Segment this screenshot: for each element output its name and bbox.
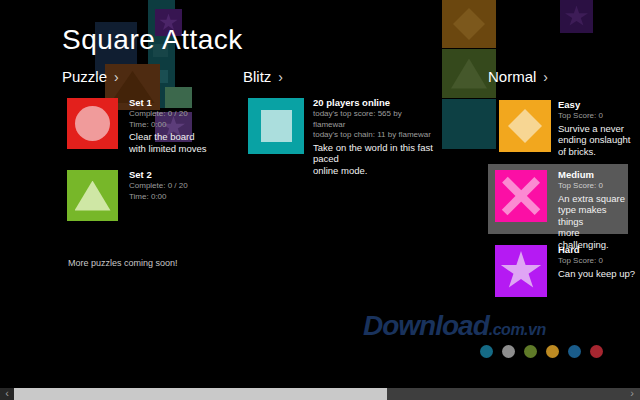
watermark-brand: Download [363,310,489,342]
star-shape-icon [500,251,542,291]
background-decor-purple-star-tile [560,0,593,33]
puzzle-footer-text: More puzzles coming soon! [68,258,178,268]
section-header-puzzle[interactable]: Puzzle› [62,68,119,85]
chevron-right-icon: › [114,69,119,85]
normal-item-hard[interactable]: Hard Top Score: 0 Can you keep up? [488,239,638,303]
chevron-right-icon: › [278,69,283,85]
x-shape-icon [501,176,541,216]
blitz-top-score: today's top score: 565 by flamewar [313,109,435,130]
set-2-tile [67,170,118,221]
item-complete: Complete: 0 / 20 [129,109,224,120]
scrollbar-thumb[interactable] [14,388,387,400]
item-time: Time: 0:00 [129,192,224,203]
item-title: Hard [558,244,638,256]
scrollbar-right-arrow-icon[interactable]: › [624,388,640,400]
item-top-score: Top Score: 0 [558,181,626,192]
watermark-dots [480,345,603,358]
watermark-suffix: .com.vn [489,321,546,339]
item-description: Clear the board with limited moves [129,131,224,154]
section-header-normal[interactable]: Normal› [488,68,548,85]
item-title: Set 1 [129,97,224,109]
medium-tile [495,170,547,222]
puzzle-item-set-1[interactable]: Set 1 Complete: 0 / 20 Time: 0:00 Clear … [62,94,227,156]
page-title: Square Attack [62,24,243,56]
app-screen: Square Attack Puzzle› Blitz› Normal› Set… [0,0,640,400]
triangle-icon [451,59,487,89]
blitz-tile [248,98,304,154]
normal-item-easy[interactable]: Easy Top Score: 0 Survive a never ending… [488,94,638,158]
scrollbar-left-arrow-icon[interactable]: ‹ [0,388,14,400]
section-label: Puzzle [62,68,107,85]
normal-item-medium[interactable]: Medium Top Score: 0 An extra square type… [488,164,628,234]
item-complete: Complete: 0 / 20 [129,181,224,192]
item-description: Can you keep up? [558,268,638,280]
watermark-dot [568,345,581,358]
set-1-tile [67,98,118,149]
triangle-shape-icon [75,181,111,211]
hard-tile [495,245,547,297]
horizontal-scrollbar[interactable]: ‹ › [0,388,640,400]
watermark-dot [590,345,603,358]
item-title: Set 2 [129,169,224,181]
item-title: Medium [558,169,626,181]
watermark-dot [480,345,493,358]
watermark-logo: Download.com.vn [363,310,546,342]
blitz-top-chain: today's top chain: 11 by flamewar [313,130,435,141]
item-top-score: Top Score: 0 [558,111,634,122]
easy-tile [499,100,551,152]
watermark-dot [546,345,559,358]
item-description: Survive a never ending onslaught of bric… [558,123,634,158]
item-description: Take on the world in this fast paced onl… [313,142,435,177]
item-title: 20 players online [313,97,435,109]
item-top-score: Top Score: 0 [558,256,638,267]
section-label: Normal [488,68,536,85]
background-decor-orange-tile [442,0,496,48]
chevron-right-icon: › [543,69,548,85]
section-header-blitz[interactable]: Blitz› [243,68,283,85]
puzzle-item-set-2[interactable]: Set 2 Complete: 0 / 20 Time: 0:00 [62,166,227,228]
square-shape-icon [261,110,292,142]
watermark-dot [524,345,537,358]
diamond-shape-icon [508,109,542,143]
section-label: Blitz [243,68,271,85]
item-time: Time: 0:00 [129,120,224,131]
item-title: Easy [558,99,634,111]
blitz-item-online[interactable]: 20 players online today's top score: 565… [243,94,438,160]
circle-shape-icon [75,106,110,141]
diamond-icon [453,8,485,40]
star-icon [565,6,589,28]
watermark-dot [502,345,515,358]
